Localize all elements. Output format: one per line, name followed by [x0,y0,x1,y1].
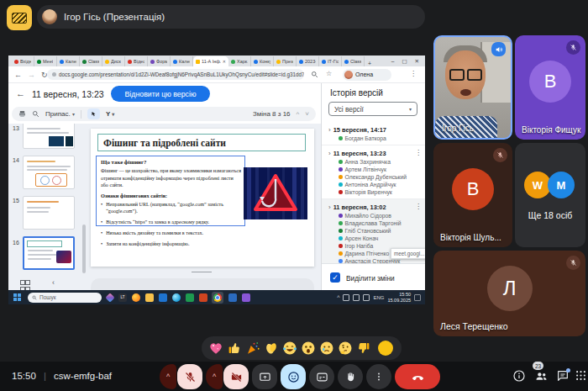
file-explorer-icon[interactable] [145,293,154,302]
browser-profile-chip[interactable]: Олена [343,69,391,81]
browser-tab[interactable]: Харк. [228,56,251,66]
tray-chevron-icon[interactable]: ^ [337,294,339,300]
restore-version-button[interactable]: Відновити цю версію [111,86,210,102]
tray-icon[interactable] [353,294,360,301]
browser-tab[interactable]: Кален. [57,56,80,66]
browser-tab[interactable]: 2023-24 [297,56,319,66]
word-icon[interactable] [228,293,237,302]
meeting-details-icon[interactable] [512,369,526,383]
browser-tab[interactable]: Class [80,56,102,66]
browser-tab[interactable]: Meet [34,56,57,66]
print-icon[interactable] [18,110,26,118]
version-group[interactable]: ›11 вересня, 13:23 ⋮ Анна Захринячка Арт… [322,145,425,199]
browser-tab[interactable]: Classr. [342,56,365,66]
slide-thumbnail-16-selected[interactable] [23,236,75,270]
copilot-icon[interactable] [105,293,114,302]
tray-icon[interactable] [363,294,370,301]
more-options-button[interactable] [366,364,391,389]
tile-igor-his[interactable]: Ігор Гісь [433,35,512,140]
tray-icon[interactable] [343,294,349,301]
powerpoint-icon[interactable] [199,293,207,302]
browser-tab[interactable]: ІТ-Гіс [319,56,342,66]
highlight-changes-checkbox[interactable]: ✓ [330,272,340,283]
browser-tab[interactable]: Вхідні [12,56,34,66]
reaction-thumbs-up-icon[interactable] [227,341,242,356]
camera-toggle-button-off[interactable] [223,364,249,389]
new-tab-button[interactable]: + [365,61,375,66]
slide-thumbnail-15[interactable] [23,196,75,230]
filmstrip-scrollbar[interactable] [82,225,86,273]
reaction-astonished-icon[interactable] [301,341,316,356]
mic-options-chevron[interactable]: ^ [160,364,176,389]
version-menu-icon[interactable]: ⋮ [415,203,422,210]
reaction-thinking-icon[interactable] [338,341,353,356]
version-group[interactable]: ›15 вересня, 14:17 Богдан Баткора [322,122,425,145]
firefox-icon[interactable] [132,293,140,302]
taskbar-clock[interactable]: 15:50 15.09.2025 [387,292,411,303]
next-change-button[interactable]: ˅ [305,110,309,118]
bookmark-star-icon[interactable]: ☆ [326,70,332,77]
browser-back-icon[interactable]: ← [14,71,22,79]
activities-grid-icon[interactable] [575,369,587,382]
select-cursor-tool[interactable] [87,108,100,119]
browser-tab-active[interactable]: 11-А Інф.✕ [193,56,228,66]
slide-thumbnail-13[interactable] [23,124,75,149]
window-close-button[interactable]: ✕ [415,58,419,65]
camera-options-chevron[interactable]: ^ [206,364,223,389]
tile-lesya-tereshchenko[interactable]: Л Леся Терещенко [433,251,585,336]
skin-tone-picker[interactable] [378,341,393,356]
browser-tab[interactable]: Кален. [171,56,193,66]
reaction-clapping-hands-icon[interactable] [264,341,279,356]
site-info-icon[interactable] [52,72,56,77]
version-menu-icon[interactable]: ⋮ [415,149,422,156]
screen-share-indicator[interactable] [7,5,32,30]
fit-zoom-select[interactable]: Припас. ▾ [45,110,75,118]
url-bar[interactable]: docs.google.com/presentation/d/1d2Zi-WDe… [47,69,304,80]
start-button-icon[interactable] [13,293,21,301]
slide-thumbnail-14[interactable] [23,156,75,189]
reactions-button-active[interactable] [281,364,306,389]
maximize-button[interactable]: ▢ [402,58,407,65]
browser-tab[interactable]: Форми [148,56,171,66]
reaction-sparkling-heart-icon[interactable] [208,341,223,356]
edge-icon[interactable] [172,293,181,302]
tile-more-participants[interactable]: W M Ще 18 осіб [515,143,585,247]
browser-tab[interactable]: Конкур. [251,56,274,66]
tab-close-icon[interactable]: ✕ [223,59,226,64]
prev-change-button[interactable]: ^ [297,110,300,118]
leave-call-button[interactable] [395,364,440,389]
captions-button[interactable] [309,364,334,389]
reaction-crying-icon[interactable] [319,341,334,356]
presenter-pill[interactable]: Ігор Гісь (Презентація) [37,5,425,29]
browser-tab[interactable]: Відео [125,56,148,66]
zoom-page-icon[interactable] [311,71,318,78]
sheets-icon[interactable] [186,293,194,302]
taskbar-search[interactable]: Пошук [28,293,102,303]
browser-tab[interactable]: Диск [102,56,125,66]
notification-center-icon[interactable] [414,294,421,301]
mic-toggle-button-muted[interactable] [177,364,202,389]
language-indicator[interactable]: ENG [373,295,384,300]
browser-forward-icon[interactable]: → [28,71,35,79]
store-icon[interactable] [159,293,167,302]
browser-tab[interactable]: Презен. [274,56,297,66]
reaction-tears-of-joy-icon[interactable] [282,341,297,356]
back-icon[interactable]: ← [16,88,25,98]
app-icon-purple[interactable] [242,293,250,302]
zoom-tool-icon[interactable] [32,110,39,118]
expand-icon[interactable]: › [328,126,331,134]
reaction-thumbs-down-icon[interactable] [356,341,371,356]
minimize-button[interactable]: – [391,58,395,64]
app-icon-lt[interactable]: LT [118,293,127,302]
chrome-icon-active[interactable] [212,292,223,304]
pen-tool[interactable]: Y ▾ [106,110,114,118]
slide-canvas[interactable]: Фішинг та підроблені сайти Що таке фішин… [91,129,314,267]
version-filter-dropdown[interactable]: Усі версії▾ [328,102,417,116]
raise-hand-button[interactable] [338,364,363,389]
present-screen-button[interactable] [252,364,277,389]
reaction-party-popper-icon[interactable] [245,341,260,356]
people-icon[interactable] [534,369,549,383]
expand-icon[interactable]: › [328,203,331,211]
collapse-filmstrip-icon[interactable]: ‹ [52,278,55,287]
tile-viktoriya-fyshchuk[interactable]: В Вікторія Фищук [515,35,585,140]
